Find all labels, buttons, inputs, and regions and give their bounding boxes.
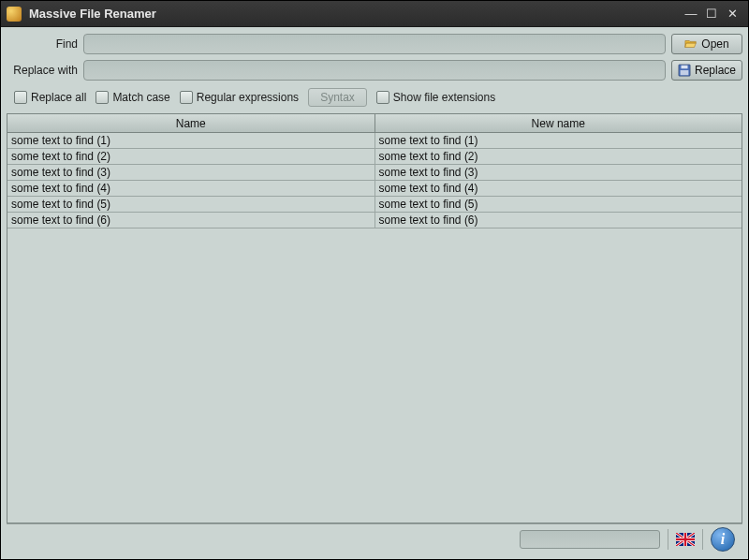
checkbox-icon [376, 91, 389, 104]
svg-rect-1 [681, 66, 687, 69]
minimize-button[interactable]: — [681, 6, 701, 22]
show-ext-checkbox[interactable]: Show file extensions [376, 91, 495, 104]
cell-new-name: some text to find (2) [375, 149, 742, 164]
replace-row: Replace with Replace [7, 59, 742, 81]
cell-new-name: some text to find (1) [375, 133, 742, 148]
syntax-button[interactable]: Syntax [308, 88, 367, 107]
status-field [520, 530, 660, 549]
cell-new-name: some text to find (6) [375, 213, 742, 228]
table-row[interactable]: some text to find (4)some text to find (… [7, 181, 742, 197]
options-row: Replace all Match case Regular expressio… [7, 85, 742, 110]
svg-rect-2 [681, 70, 689, 75]
regex-label: Regular expressions [197, 91, 299, 104]
window-title: Massive File Renamer [29, 7, 681, 21]
show-ext-label: Show file extensions [393, 91, 495, 104]
language-flag-icon[interactable] [676, 533, 695, 546]
table-row[interactable]: some text to find (6)some text to find (… [7, 213, 742, 228]
cell-name: some text to find (3) [7, 165, 375, 180]
regex-checkbox[interactable]: Regular expressions [180, 91, 299, 104]
folder-open-icon [684, 37, 698, 51]
cell-new-name: some text to find (4) [375, 181, 742, 196]
table-row[interactable]: some text to find (1)some text to find (… [7, 133, 742, 149]
table-row[interactable]: some text to find (2)some text to find (… [7, 149, 742, 165]
app-window: Massive File Renamer — ☐ ✕ Find Open Rep… [0, 0, 749, 560]
statusbar: i [7, 523, 742, 553]
table-header: Name New name [7, 114, 742, 133]
table-row[interactable]: some text to find (5)some text to find (… [7, 197, 742, 213]
replace-button-label: Replace [695, 64, 736, 77]
replace-all-checkbox[interactable]: Replace all [14, 91, 86, 104]
cell-new-name: some text to find (5) [375, 197, 742, 212]
find-row: Find Open [7, 33, 742, 55]
checkbox-icon [95, 91, 109, 104]
find-input[interactable] [83, 34, 666, 54]
match-case-checkbox[interactable]: Match case [95, 91, 169, 104]
checkbox-icon [180, 91, 193, 104]
cell-new-name: some text to find (3) [375, 165, 742, 180]
checkbox-icon [14, 91, 27, 104]
replace-input[interactable] [83, 60, 666, 81]
cell-name: some text to find (5) [7, 197, 375, 212]
table-body: some text to find (1)some text to find (… [7, 133, 742, 523]
find-label: Find [7, 37, 83, 51]
maximize-button[interactable]: ☐ [701, 6, 722, 22]
cell-name: some text to find (1) [7, 133, 375, 148]
cell-name: some text to find (2) [7, 149, 375, 164]
open-button[interactable]: Open [671, 34, 742, 54]
separator [668, 529, 668, 550]
open-button-label: Open [701, 37, 728, 51]
replace-label: Replace with [7, 64, 83, 77]
info-button[interactable]: i [711, 527, 735, 552]
replace-all-label: Replace all [31, 91, 86, 104]
separator [702, 529, 703, 550]
col-header-name[interactable]: Name [7, 114, 375, 132]
file-table: Name New name some text to find (1)some … [7, 113, 742, 523]
cell-name: some text to find (4) [7, 181, 375, 196]
table-row[interactable]: some text to find (3)some text to find (… [7, 165, 742, 181]
col-header-new-name[interactable]: New name [375, 114, 742, 132]
svg-rect-7 [676, 538, 695, 539]
close-button[interactable]: ✕ [722, 6, 742, 22]
save-disk-icon [678, 64, 691, 77]
match-case-label: Match case [112, 91, 169, 104]
titlebar[interactable]: Massive File Renamer — ☐ ✕ [1, 1, 748, 27]
app-icon [7, 7, 22, 22]
cell-name: some text to find (6) [7, 213, 375, 228]
replace-button[interactable]: Replace [671, 60, 742, 81]
client-area: Find Open Replace with Replace [1, 27, 748, 559]
